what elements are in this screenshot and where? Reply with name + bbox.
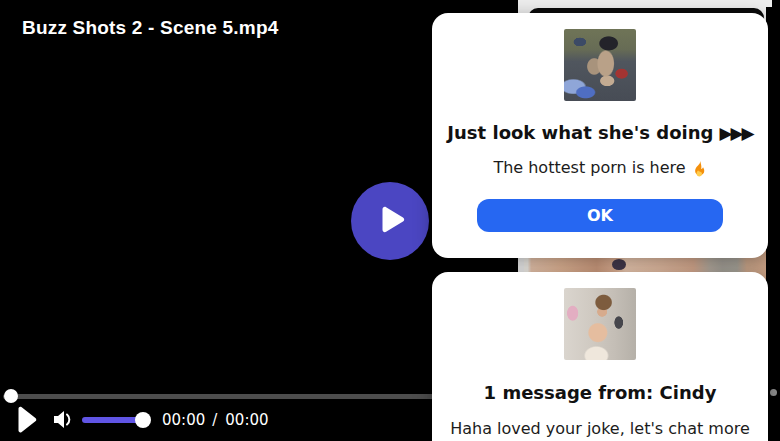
- nail-detail: [612, 259, 626, 270]
- video-title: Buzz Shots 2 - Scene 5.mp4: [22, 17, 279, 39]
- volume-icon: [53, 408, 73, 431]
- scroll-dot[interactable]: [770, 389, 777, 396]
- webcam-couple-thumbnail[interactable]: [564, 29, 636, 101]
- volume-knob[interactable]: [135, 412, 151, 428]
- popup-message-card[interactable]: 1 message from: Cindy Haha loved your jo…: [432, 272, 768, 441]
- popup-ad-card[interactable]: Just look what she's doing ▶▶▶ The hotte…: [432, 13, 768, 258]
- message-card-title: 1 message from: Cindy: [432, 382, 768, 403]
- play-icon: [17, 406, 37, 433]
- right-edge-strip: [766, 0, 780, 441]
- popup-subtitle-text: The hottest porn is here: [493, 158, 685, 177]
- play-icon: [380, 206, 406, 236]
- message-card-text: Haha loved your joke, let's chat more: [432, 419, 768, 438]
- current-time: 00:00: [162, 411, 205, 429]
- selfie-girl-thumbnail[interactable]: [564, 288, 636, 360]
- right-edge-cap: [766, 0, 772, 7]
- duration: 00:00: [225, 411, 268, 429]
- volume-button[interactable]: [53, 408, 73, 435]
- triple-play-arrows-icon: ▶▶▶: [719, 123, 752, 143]
- popup-title: Just look what she's doing ▶▶▶: [432, 122, 768, 143]
- fire-icon: [692, 159, 707, 177]
- big-play-button[interactable]: [351, 182, 429, 260]
- time-separator: /: [212, 411, 217, 429]
- volume-slider[interactable]: [82, 417, 143, 423]
- ok-button[interactable]: OK: [477, 199, 723, 232]
- popup-subtitle: The hottest porn is here: [432, 158, 768, 177]
- seek-knob[interactable]: [4, 389, 18, 403]
- play-button[interactable]: [17, 406, 37, 437]
- popup-title-text: Just look what she's doing: [447, 122, 713, 143]
- time-display: 00:00 / 00:00: [162, 411, 269, 429]
